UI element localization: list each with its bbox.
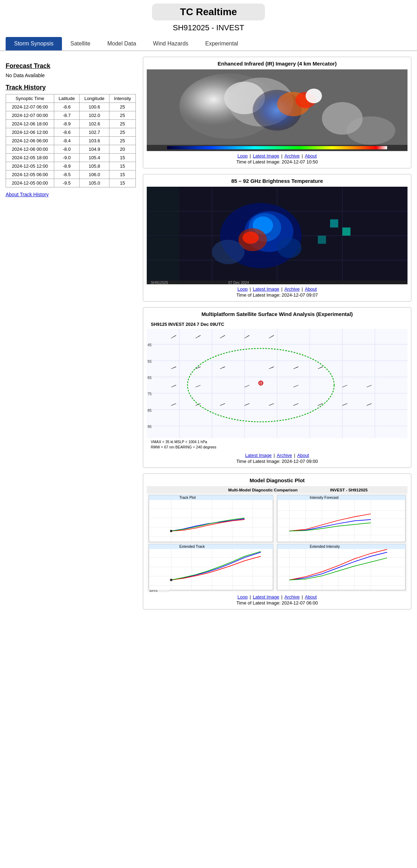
- table-row: 2024-12-06 12:00-8.6102.725: [6, 128, 136, 137]
- tab-model-data[interactable]: Model Data: [99, 37, 145, 50]
- table-cell-lon: 106.0: [80, 170, 109, 179]
- table-cell-intensity: 25: [109, 120, 136, 128]
- table-cell-intensity: 15: [109, 162, 136, 170]
- svg-text:Intensity Forecast: Intensity Forecast: [310, 496, 339, 500]
- svg-point-26: [212, 240, 245, 264]
- ir-card-links: Loop | Latest Image | Archive | About: [147, 153, 407, 159]
- svg-text:07 Dec 2024: 07 Dec 2024: [228, 280, 249, 284]
- table-row: 2024-12-05 12:00-8.9105.815: [6, 162, 136, 170]
- svg-point-7: [306, 88, 322, 103]
- model-diagnostic-card: Model Diagnostic Plot Multi-Model Diagno…: [143, 473, 411, 609]
- svg-point-9: [346, 116, 395, 145]
- col-header-lat: Latitude: [54, 94, 79, 103]
- table-cell-time: 2024-12-07 00:00: [6, 111, 54, 120]
- svg-rect-106: [149, 495, 273, 500]
- tab-experimental[interactable]: Experimental: [197, 37, 246, 50]
- track-history-title: Track History: [6, 84, 136, 91]
- table-cell-time: 2024-12-05 00:00: [6, 179, 54, 187]
- no-data-text: No Data Available: [6, 73, 136, 78]
- svg-text:SH9125  INVEST  2024  7 Dec  0: SH9125 INVEST 2024 7 Dec 09UTC: [151, 322, 225, 327]
- table-cell-lat: -9.0: [54, 154, 79, 162]
- wind-card-links: Latest Image | Archive | About: [147, 453, 407, 458]
- table-cell-intensity: 25: [109, 111, 136, 120]
- about-track-history-link[interactable]: About Track History: [6, 192, 49, 197]
- wind-latest-link[interactable]: Latest Image: [245, 453, 272, 458]
- app-title: TC Realtime: [152, 4, 265, 20]
- table-cell-time: 2024-12-06 06:00: [6, 137, 54, 145]
- table-cell-time: 2024-12-07 06:00: [6, 103, 54, 111]
- wind-about-link[interactable]: About: [297, 453, 309, 458]
- svg-text:Extended Intensity: Extended Intensity: [310, 545, 340, 548]
- model-archive-link[interactable]: Archive: [284, 594, 299, 600]
- ir-latest-link[interactable]: Latest Image: [253, 153, 279, 159]
- model-timestamp: Time of Latest Image: 2024-12-07 06:00: [147, 600, 407, 606]
- table-cell-lat: -8.6: [54, 128, 79, 137]
- microwave-title: 85 – 92 GHz Brightness Temperature: [147, 178, 407, 184]
- ir-image: [147, 69, 407, 151]
- mw-archive-link[interactable]: Archive: [284, 286, 299, 292]
- tab-storm-synopsis[interactable]: Storm Synopsis: [6, 37, 62, 50]
- model-diagnostic-title: Model Diagnostic Plot: [147, 477, 407, 483]
- table-cell-time: 2024-12-05 12:00: [6, 162, 54, 170]
- microwave-card: 85 – 92 GHz Brightness Temperature: [143, 174, 411, 302]
- model-loop-link[interactable]: Loop: [238, 594, 248, 600]
- model-latest-link[interactable]: Latest Image: [253, 594, 279, 600]
- model-about-link[interactable]: About: [305, 594, 317, 600]
- table-cell-lon: 102.6: [80, 120, 109, 128]
- svg-text:45: 45: [147, 343, 152, 347]
- ir-archive-link[interactable]: Archive: [284, 153, 299, 159]
- table-cell-lat: -9.5: [54, 179, 79, 187]
- ir-loop-link[interactable]: Loop: [238, 153, 248, 159]
- mw-latest-link[interactable]: Latest Image: [253, 286, 279, 292]
- table-row: 2024-12-06 18:00-8.9102.625: [6, 120, 136, 128]
- mw-card-links: Loop | Latest Image | Archive | About: [147, 286, 407, 292]
- svg-text:Track Plot: Track Plot: [179, 496, 196, 500]
- mw-timestamp: Time of Latest Image: 2024-12-07 09:07: [147, 292, 407, 298]
- col-header-lon: Longitude: [80, 94, 109, 103]
- svg-text:85: 85: [147, 409, 152, 413]
- track-history-table: Synoptic Time Latitude Longitude Intensi…: [6, 94, 136, 187]
- svg-text:95: 95: [147, 425, 152, 429]
- table-cell-intensity: 15: [109, 179, 136, 187]
- svg-text:65: 65: [147, 376, 152, 380]
- table-cell-lon: 102.0: [80, 111, 109, 120]
- table-cell-intensity: 20: [109, 145, 136, 154]
- table-cell-lon: 102.7: [80, 128, 109, 137]
- svg-rect-11: [167, 146, 387, 149]
- table-cell-lat: -8.7: [54, 111, 79, 120]
- table-cell-lat: -8.0: [54, 145, 79, 154]
- mw-about-link[interactable]: About: [305, 286, 317, 292]
- svg-point-24: [242, 231, 259, 244]
- table-cell-lon: 100.6: [80, 103, 109, 111]
- col-header-time: Synoptic Time: [6, 94, 54, 103]
- table-row: 2024-12-05 06:00-8.5106.015: [6, 170, 136, 179]
- table-cell-time: 2024-12-06 18:00: [6, 120, 54, 128]
- wind-image: SH9125 INVEST 2024 7 Dec 09UTC: [147, 320, 407, 451]
- mw-loop-link[interactable]: Loop: [238, 286, 248, 292]
- table-cell-intensity: 25: [109, 128, 136, 137]
- table-cell-lat: -8.5: [54, 170, 79, 179]
- table-cell-intensity: 15: [109, 154, 136, 162]
- right-panel: Enhanced Infrared (IR) Imagery (4 km Mer…: [143, 57, 411, 609]
- table-cell-lon: 105.8: [80, 162, 109, 170]
- table-row: 2024-12-07 06:00-8.6100.625: [6, 103, 136, 111]
- table-cell-intensity: 25: [109, 137, 136, 145]
- svg-rect-119: [277, 495, 406, 500]
- ir-about-link[interactable]: About: [305, 153, 317, 159]
- svg-point-25: [277, 237, 302, 258]
- wind-timestamp: Time of Latest Image: 2024-12-07 09:00: [147, 459, 407, 464]
- svg-text:RMW = 67 nm  BEARING = 240 deg: RMW = 67 nm BEARING = 240 degrees: [151, 445, 216, 449]
- table-row: 2024-12-06 06:00-8.4103.625: [6, 137, 136, 145]
- svg-text:75: 75: [147, 392, 152, 396]
- svg-text:INVEST - SH912025: INVEST - SH912025: [330, 488, 368, 492]
- tab-wind-hazards[interactable]: Wind Hazards: [145, 37, 197, 50]
- ir-imagery-title: Enhanced Infrared (IR) Imagery (4 km Mer…: [147, 61, 407, 67]
- wind-archive-link[interactable]: Archive: [277, 453, 292, 458]
- table-cell-lon: 105.4: [80, 154, 109, 162]
- ir-imagery-card: Enhanced Infrared (IR) Imagery (4 km Mer…: [143, 57, 411, 168]
- storm-id: SH912025 - INVEST: [7, 23, 410, 32]
- svg-rect-105: [149, 495, 273, 542]
- tab-satellite[interactable]: Satellite: [62, 37, 99, 50]
- svg-point-117: [170, 530, 172, 532]
- svg-rect-144: [277, 544, 406, 590]
